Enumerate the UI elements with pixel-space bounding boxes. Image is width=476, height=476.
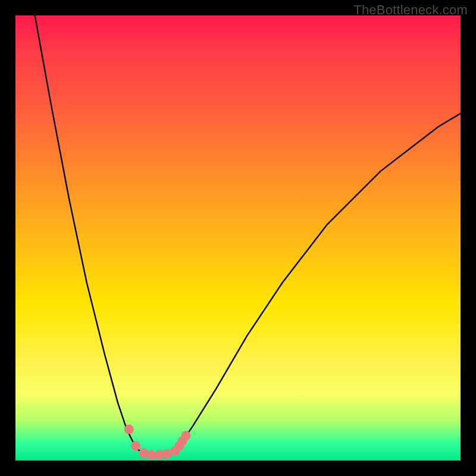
data-marker [131, 441, 140, 450]
curve-layer [15, 15, 461, 461]
data-marker [124, 425, 134, 434]
data-marker [181, 431, 191, 440]
watermark-text: TheBottleneck.com [353, 2, 468, 18]
chart-frame: TheBottleneck.com [0, 0, 476, 476]
plot-area [15, 15, 461, 461]
bottleneck-curve [33, 7, 461, 455]
marker-group [124, 425, 191, 460]
